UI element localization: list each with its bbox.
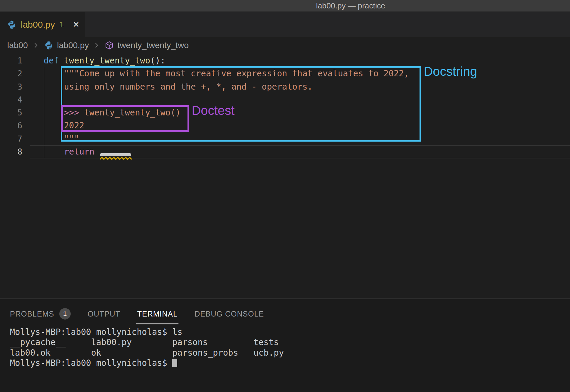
tab-bar: lab00.py 1 ✕ <box>0 12 570 37</box>
breadcrumb-separator <box>93 41 101 49</box>
trailing-space-highlight <box>100 153 131 156</box>
panel-tab-label: DEBUG CONSOLE <box>194 310 264 318</box>
python-icon <box>7 20 17 30</box>
editor-tab-lab00[interactable]: lab00.py 1 ✕ <box>0 12 85 37</box>
window-title: lab00.py — practice <box>316 1 385 11</box>
bottom-panel: PROBLEMS1OUTPUTTERMINALDEBUG CONSOLE Mol… <box>0 299 570 392</box>
code-text[interactable]: def twenty_twenty_two(): <box>30 54 166 67</box>
symbol-cube-icon <box>104 41 114 50</box>
terminal-line: Mollys-MBP:lab00 mollynicholas$ <box>10 358 284 368</box>
line-number[interactable]: 1 <box>0 54 30 67</box>
problems-count-badge: 1 <box>59 308 71 320</box>
doctest-annotation-box <box>61 105 189 132</box>
line-number[interactable]: 3 <box>0 80 30 93</box>
terminal-cursor <box>172 359 177 367</box>
code-line-1[interactable]: 1def twenty_twenty_two(): <box>0 54 570 67</box>
panel-tab-label: OUTPUT <box>88 310 120 318</box>
breadcrumb: lab00 lab00.py twenty_twenty_two <box>0 37 570 54</box>
panel-tab-label: PROBLEMS <box>10 310 54 318</box>
line-number[interactable]: 6 <box>0 119 30 132</box>
docstring-annotation-label: Docstring <box>424 64 477 79</box>
code-text[interactable]: return <box>30 145 94 158</box>
line-number[interactable]: 7 <box>0 132 30 145</box>
panel-tab-output[interactable]: OUTPUT <box>88 310 120 318</box>
code-line-8[interactable]: 8 return <box>0 145 570 158</box>
chevron-right-icon <box>32 41 40 49</box>
panel-tabs: PROBLEMS1OUTPUTTERMINALDEBUG CONSOLE <box>10 308 264 320</box>
warning-squiggle <box>100 156 132 161</box>
line-number[interactable]: 5 <box>0 106 30 119</box>
breadcrumb-item-lab00[interactable]: lab00 <box>7 41 28 50</box>
terminal-line: Mollys-MBP:lab00 mollynicholas$ ls <box>10 327 284 337</box>
line-number[interactable]: 8 <box>0 145 30 158</box>
code-editor: 1def twenty_twenty_two():2 """Come up wi… <box>0 54 570 299</box>
panel-tab-label: TERMINAL <box>137 310 178 318</box>
close-tab-icon[interactable]: ✕ <box>73 20 79 29</box>
vscode-window: lab00.py — practice lab00.py 1 ✕ lab00 l… <box>0 0 570 392</box>
panel-tab-terminal[interactable]: TERMINAL <box>137 310 178 318</box>
terminal-line: __pycache__ lab00.py parsons tests <box>10 337 284 348</box>
line-number[interactable]: 4 <box>0 93 30 106</box>
terminal-output[interactable]: Mollys-MBP:lab00 mollynicholas$ ls__pyca… <box>10 327 284 369</box>
tab-problem-count: 1 <box>59 20 64 29</box>
breadcrumb-item-lab00.py[interactable]: lab00.py <box>44 40 89 51</box>
doctest-annotation-label: Doctest <box>192 103 234 118</box>
line-number[interactable]: 2 <box>0 67 30 80</box>
titlebar: lab00.py — practice <box>0 0 570 12</box>
breadcrumb-separator <box>32 41 40 49</box>
chevron-right-icon <box>93 41 101 49</box>
panel-tab-debug-console[interactable]: DEBUG CONSOLE <box>194 310 264 318</box>
breadcrumb-item-twenty_twenty_two[interactable]: twenty_twenty_two <box>104 41 189 50</box>
terminal-line: lab00.ok ok parsons_probs ucb.py <box>10 348 284 358</box>
breadcrumb-label: lab00.py <box>57 41 89 50</box>
breadcrumb-label: twenty_twenty_two <box>117 41 189 50</box>
python-icon <box>44 40 54 51</box>
panel-tab-problems[interactable]: PROBLEMS1 <box>10 308 71 320</box>
tab-filename: lab00.py <box>21 20 55 30</box>
breadcrumb-label: lab00 <box>7 41 28 50</box>
python-icon-slot <box>7 20 17 30</box>
